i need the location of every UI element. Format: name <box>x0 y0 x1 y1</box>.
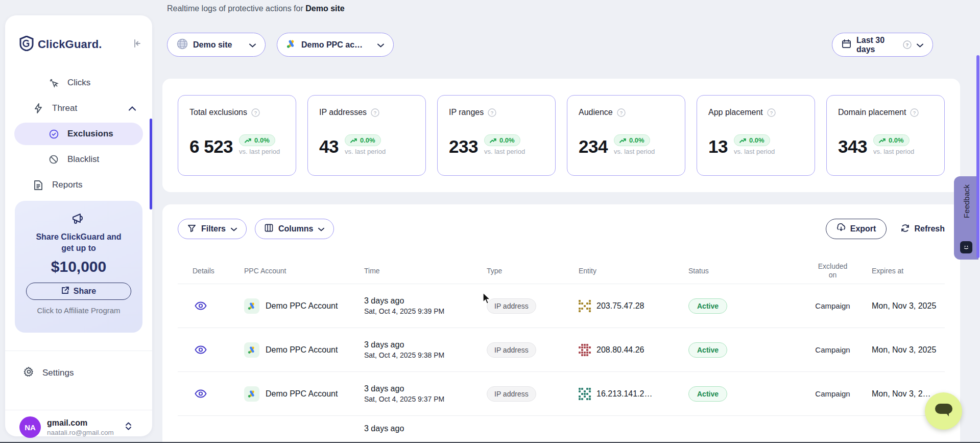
sidebar: ClickGuard. Clicks Threat Exclusio <box>5 15 152 436</box>
svg-text:?: ? <box>374 110 376 115</box>
row-details-cell <box>178 371 244 415</box>
trend-up-icon <box>245 138 252 143</box>
column-header-expires-at[interactable]: Expires at <box>865 258 945 284</box>
sidebar-item-exclusions[interactable]: Exclusions <box>14 123 143 145</box>
sidebar-item-label: Blacklist <box>67 154 99 165</box>
feedback-tab[interactable]: Feedback <box>954 176 978 260</box>
stat-delta-badge: 0.0% <box>734 134 770 146</box>
stat-delta-badge: 0.0% <box>873 134 910 146</box>
avatar: NA <box>19 416 41 438</box>
ppc-account-dropdown[interactable]: Demo PPC ac… <box>277 33 394 57</box>
table-toolbar: Filters Columns Export Refres <box>178 219 945 239</box>
status-badge: Active <box>688 386 727 402</box>
cursor-click-icon <box>48 78 59 88</box>
column-header-type[interactable]: Type <box>487 258 579 284</box>
gear-icon <box>23 366 34 380</box>
row-type-cell: IP address <box>487 371 579 415</box>
row-entity-cell: 16.213.141.2… <box>579 371 688 415</box>
row-time-cell: 3 days agoSat, Oct 4, 2025 9:38 PM <box>364 328 487 371</box>
view-details-eye-icon[interactable] <box>195 345 207 354</box>
ban-icon <box>48 154 59 165</box>
help-icon[interactable]: ? <box>371 108 379 117</box>
row-details-cell <box>178 284 244 328</box>
page-scrollbar[interactable] <box>976 55 979 258</box>
page-title: Realtime logs of protective actions for … <box>167 4 345 13</box>
cloud-download-icon <box>836 223 846 235</box>
help-icon[interactable]: ? <box>910 108 919 117</box>
row-type-cell: IP address <box>487 284 579 328</box>
collapse-sidebar-icon[interactable] <box>133 39 142 50</box>
stat-caption: vs. last period <box>239 148 280 155</box>
chevron-up-down-icon <box>125 422 132 433</box>
exclusions-table-panel: Filters Columns Export Refres <box>162 204 960 443</box>
stat-caption: vs. last period <box>484 148 525 155</box>
column-header-details[interactable]: Details <box>178 258 244 284</box>
sidebar-item-blacklist[interactable]: Blacklist <box>14 148 143 171</box>
status-badge: Active <box>688 298 727 314</box>
stat-card-audience: Audience ? 234 0.0% vs. last period <box>567 95 685 176</box>
columns-button[interactable]: Columns <box>255 219 334 239</box>
svg-text:?: ? <box>913 110 916 115</box>
share-button[interactable]: Share <box>26 283 131 300</box>
row-time-cell: 3 days agoSat, Oct 4, 2025 9:37 PM <box>364 371 487 415</box>
column-header-status[interactable]: Status <box>688 258 801 284</box>
trend-up-icon <box>350 138 357 143</box>
chat-launcher-button[interactable] <box>925 392 962 430</box>
external-link-icon <box>61 286 69 296</box>
row-account-cell: Demo PPC Account <box>244 284 364 328</box>
sidebar-item-label: Settings <box>42 368 74 378</box>
row-time-cell: 3 days agoSat, Oct 4, 2025 9:39 PM <box>364 284 487 328</box>
sidebar-item-settings[interactable]: Settings <box>14 362 143 384</box>
affiliate-program-link[interactable]: Click to Affiliate Program <box>15 306 142 315</box>
stat-delta-badge: 0.0% <box>345 134 381 146</box>
view-details-eye-icon[interactable] <box>195 301 207 310</box>
row-time-cell: 3 days ago <box>364 415 487 443</box>
help-icon[interactable]: ? <box>767 108 776 117</box>
globe-icon <box>177 38 188 52</box>
svg-text:?: ? <box>491 110 493 115</box>
feedback-label: Feedback <box>962 184 971 218</box>
stat-value: 343 <box>838 137 867 155</box>
sidebar-item-clicks[interactable]: Clicks <box>14 72 143 94</box>
app-root: ClickGuard. Clicks Threat Exclusio <box>0 0 980 443</box>
chat-bubble-icon <box>934 402 953 421</box>
trend-up-icon <box>619 138 627 143</box>
sidebar-scrollbar[interactable] <box>150 119 152 209</box>
stat-card-total-exclusions: Total exclusions ? 6 523 0.0% vs. last p… <box>178 95 296 176</box>
date-range-dropdown[interactable]: Last 30 days ? <box>832 33 933 57</box>
sidebar-item-reports[interactable]: Reports <box>14 174 143 196</box>
chevron-down-icon <box>249 40 256 50</box>
trend-up-icon <box>739 138 747 143</box>
export-button[interactable]: Export <box>826 219 887 239</box>
stat-caption: vs. last period <box>734 148 775 155</box>
filters-button[interactable]: Filters <box>178 219 247 239</box>
row-entity-cell: 203.75.47.28 <box>579 284 688 328</box>
stat-value: 234 <box>579 137 608 155</box>
refresh-button[interactable]: Refresh <box>901 224 945 235</box>
row-entity-cell <box>579 415 688 443</box>
stat-delta-badge: 0.0% <box>239 134 275 146</box>
column-header-excluded-on[interactable]: Excluded on <box>801 258 865 284</box>
stat-caption: vs. last period <box>614 148 655 155</box>
promo-amount: $10,000 <box>15 258 142 275</box>
google-ads-icon <box>244 342 259 358</box>
user-account-switcher[interactable]: NA gmail.com naatali.ro@gmail.com <box>15 414 145 440</box>
trend-up-icon <box>879 138 886 143</box>
entity-identicon <box>579 344 591 356</box>
sidebar-item-label: Reports <box>52 180 83 190</box>
chevron-down-icon <box>231 224 237 234</box>
view-details-eye-icon[interactable] <box>195 389 207 398</box>
column-header-time[interactable]: Time <box>364 258 487 284</box>
help-icon[interactable]: ? <box>251 108 260 117</box>
sidebar-item-label: Threat <box>52 103 77 113</box>
stat-value: 233 <box>449 137 478 155</box>
help-icon[interactable]: ? <box>488 108 496 117</box>
column-header-entity[interactable]: Entity <box>579 258 688 284</box>
row-expires-cell: Mon, Nov 3, 2025 <box>865 328 945 371</box>
row-expires-cell: Mon, Nov 3, 2025 <box>865 284 945 328</box>
site-dropdown[interactable]: Demo site <box>167 33 266 57</box>
column-header-ppc-account[interactable]: PPC Account <box>244 258 364 284</box>
help-icon[interactable]: ? <box>617 108 626 117</box>
stat-caption: vs. last period <box>873 148 914 155</box>
sidebar-item-threat[interactable]: Threat <box>14 97 143 120</box>
